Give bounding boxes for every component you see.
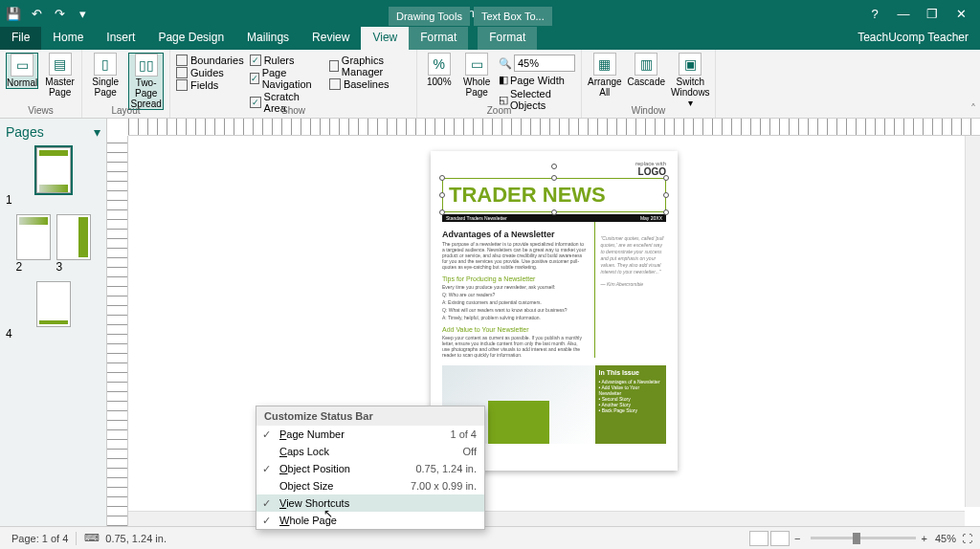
user-name[interactable]: TeachUcomp Teacher [846, 27, 980, 50]
group-views-label: Views [6, 105, 76, 116]
headline-textbox[interactable]: TRADER NEWS [442, 178, 666, 212]
undo-icon[interactable]: ↶ [29, 7, 44, 21]
thumb-page-4[interactable]: 4 [6, 281, 100, 340]
status-bar: Page: 1 of 4 ⌨ 0.75, 1.24 in. − + 45% ⛶ [0, 526, 980, 549]
master-page-button[interactable]: ▤Master Page [44, 53, 76, 98]
save-icon[interactable]: 💾 [6, 7, 21, 21]
status-bar-menu-item-3[interactable]: Object Size7.00 x 0.99 in. [256, 477, 484, 494]
tab-mailings[interactable]: Mailings [235, 27, 301, 50]
workspace: Pages▾ 1 2 3 4 replace withL [0, 119, 980, 526]
single-page-button[interactable]: ▯Single Page [88, 53, 122, 98]
arrange-all-button[interactable]: ▦Arrange All [588, 53, 622, 98]
issue-bar: Standard Traders NewsletterMay 20XX [442, 214, 666, 222]
close-icon[interactable]: ✕ [953, 7, 969, 21]
redo-icon[interactable]: ↷ [52, 7, 67, 21]
normal-view-button[interactable]: ▭Normal [6, 53, 38, 89]
guides-checkbox[interactable]: Guides [176, 67, 244, 78]
zoom-100-button[interactable]: %100% [423, 53, 456, 87]
contextual-group-textbox: Text Box To... [474, 7, 552, 26]
page-navigation-checkbox[interactable]: ✓Page Navigation [250, 67, 323, 90]
graphics-manager-checkbox[interactable]: Graphics Manager [329, 55, 411, 77]
tab-view[interactable]: View [361, 27, 409, 50]
canvas[interactable]: replace withLOGO TRADER NEWS Standard Tr… [107, 119, 980, 526]
logo-placeholder[interactable]: replace withLOGO [635, 161, 666, 177]
ribbon: ▭Normal ▤Master Page Views ▯Single Page … [0, 50, 980, 119]
group-layout-label: Layout [88, 105, 164, 116]
tab-home[interactable]: Home [41, 27, 95, 50]
rulers-checkbox[interactable]: ✓Rulers [250, 55, 323, 66]
minimize-icon[interactable]: — [896, 7, 911, 21]
page-width-button[interactable]: Page Width [510, 75, 565, 86]
page-width-icon: ◧ [499, 74, 508, 86]
selected-objects-icon: ◱ [499, 94, 508, 106]
status-bar-menu-item-1[interactable]: Caps LockOff [256, 443, 484, 460]
fields-checkbox[interactable]: Fields [176, 79, 244, 91]
pages-pane: Pages▾ 1 2 3 4 [0, 119, 107, 526]
status-bar-menu-item-4[interactable]: ✓View Shortcuts [256, 494, 484, 512]
tab-page-design[interactable]: Page Design [146, 27, 235, 50]
customize-status-bar-menu: Customize Status Bar ✓Page Number1 of 4C… [256, 406, 485, 530]
contextual-group-drawing: Drawing Tools [389, 7, 470, 26]
baselines-checkbox[interactable]: Baselines [329, 78, 411, 90]
boundaries-checkbox[interactable]: Boundaries [176, 55, 244, 66]
ruler-vertical[interactable] [107, 136, 128, 526]
status-bar-menu-item-0[interactable]: ✓Page Number1 of 4 [256, 426, 484, 443]
qat-more-icon[interactable]: ▾ [75, 7, 90, 21]
status-bar-menu-item-5[interactable]: ✓Whole Page [256, 512, 484, 529]
pages-pane-dropdown-icon[interactable]: ▾ [94, 124, 100, 140]
thumb-spread-2-3[interactable]: 2 3 [6, 214, 100, 274]
zoom-icon: 🔍 [499, 57, 512, 70]
whole-page-button[interactable]: ▭Whole Page [461, 53, 494, 98]
tab-file[interactable]: File [0, 27, 41, 50]
tab-insert[interactable]: Insert [95, 27, 146, 50]
scrollbar-vertical[interactable] [965, 136, 980, 507]
title-bar: 💾 ↶ ↷ ▾ Publication2 - Publisher Drawing… [0, 0, 980, 27]
restore-icon[interactable]: ❐ [924, 7, 940, 21]
in-this-issue-sidebar: In This Issue • Advantages of a Newslett… [595, 365, 666, 444]
switch-windows-button[interactable]: ▣Switch Windows ▾ [671, 53, 710, 108]
group-zoom-label: Zoom [423, 105, 575, 116]
tab-format-textbox[interactable]: Format [478, 27, 537, 50]
help-icon[interactable]: ? [867, 7, 882, 21]
group-show-label: Show [176, 105, 411, 116]
two-page-spread-button[interactable]: ▯▯Two-Page Spread [128, 53, 164, 110]
group-window-label: Window [588, 105, 709, 116]
collapse-ribbon-icon[interactable]: ˄ [970, 102, 976, 116]
status-bar-menu-item-2[interactable]: ✓Object Position0.75, 1.24 in. [256, 460, 484, 477]
zoom-input[interactable] [514, 55, 575, 72]
fullscreen-icon[interactable]: ⛶ [962, 533, 972, 544]
status-object-position[interactable]: 0.75, 1.24 in. [105, 533, 167, 544]
tab-format-drawing[interactable]: Format [409, 27, 468, 50]
pages-pane-title: Pages [6, 124, 44, 140]
thumb-page-1[interactable]: 1 [6, 147, 100, 207]
ribbon-tabs: File Home Insert Page Design Mailings Re… [0, 27, 980, 50]
tab-review[interactable]: Review [301, 27, 361, 50]
zoom-slider[interactable] [811, 537, 916, 539]
status-zoom[interactable]: 45% [935, 533, 956, 544]
quick-access-toolbar: 💾 ↶ ↷ ▾ [6, 7, 90, 21]
view-single-icon[interactable] [749, 531, 768, 546]
view-spread-icon[interactable] [770, 531, 790, 546]
status-caps-icon: ⌨ [84, 532, 100, 544]
cascade-button[interactable]: ▥Cascade [628, 53, 665, 87]
context-menu-title: Customize Status Bar [256, 406, 484, 426]
scrollbar-horizontal[interactable] [128, 511, 965, 526]
status-page-number[interactable]: Page: 1 of 4 [11, 533, 68, 544]
ruler-horizontal[interactable] [128, 119, 980, 136]
